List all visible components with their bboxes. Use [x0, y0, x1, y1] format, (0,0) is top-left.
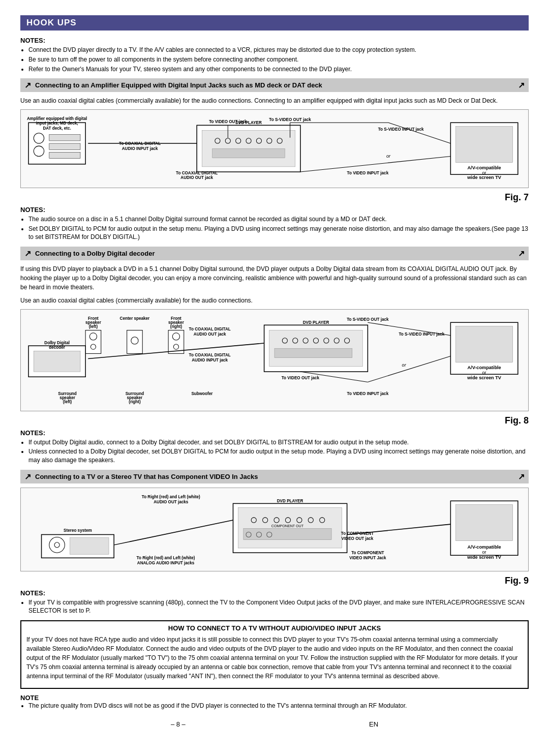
svg-text:To COAXIAL DIGITAL: To COAXIAL DIGITAL: [189, 327, 231, 331]
svg-line-125: [347, 524, 451, 534]
fig8-label: Fig. 8: [20, 415, 529, 426]
svg-text:To COMPONENT: To COMPONENT: [351, 551, 384, 555]
initial-notes-label: NOTES:: [20, 37, 529, 44]
svg-text:AUDIO OUT jacks: AUDIO OUT jacks: [154, 500, 189, 504]
svg-line-80: [368, 356, 450, 382]
page-number: – 8 –: [171, 720, 186, 728]
svg-text:To S-VIDEO INPUT jack: To S-VIDEO INPUT jack: [378, 127, 424, 132]
list-item: Refer to the Owner's Manuals for your TV…: [28, 65, 529, 74]
svg-rect-19: [212, 149, 285, 158]
initial-notes: NOTES: Connect the DVD player directly t…: [20, 37, 529, 73]
section1-svg: Amplifier equipped with digital input ja…: [26, 115, 523, 182]
svg-rect-21: [456, 127, 513, 163]
section3-heading: ↗ Connecting to a TV or a Stereo TV that…: [20, 470, 529, 483]
svg-text:AUDIO OUT jack: AUDIO OUT jack: [180, 176, 213, 180]
svg-text:Stereo system: Stereo system: [64, 528, 92, 533]
svg-rect-50: [127, 330, 143, 354]
svg-text:Subwoofer: Subwoofer: [191, 391, 213, 396]
svg-rect-113: [456, 504, 513, 540]
svg-text:To Right (red) and Left (white: To Right (red) and Left (white): [137, 556, 195, 560]
list-item: If output Dolby Digital audio, connect t…: [28, 438, 529, 447]
svg-text:Amplifier equipped with digita: Amplifier equipped with digital: [27, 117, 87, 122]
svg-text:To COAXIAL DIGITAL: To COAXIAL DIGITAL: [189, 353, 231, 357]
how-to-title: HOW TO CONNECT TO A TV WITHOUT AUDIO/VID…: [26, 624, 523, 632]
section1-notes-list: The audio source on a disc in a 5.1 chan…: [20, 215, 529, 241]
svg-text:(right): (right): [170, 325, 182, 329]
svg-text:input jacks, MD deck,: input jacks, MD deck,: [36, 122, 78, 126]
svg-text:(left): (left): [89, 325, 98, 329]
svg-rect-47: [85, 330, 101, 354]
section2-heading-text: Connecting to a Dolby Digital decoder: [35, 250, 155, 257]
initial-notes-list: Connect the DVD player directly to a TV.…: [20, 46, 529, 73]
svg-text:wide screen TV: wide screen TV: [467, 175, 502, 180]
final-note: NOTE The picture quality from DVD discs …: [20, 694, 529, 710]
arrow-right-icon2: ↗: [518, 249, 525, 258]
page-header: HOOK UPS: [20, 15, 529, 31]
svg-text:A/V-compatible: A/V-compatible: [468, 165, 501, 170]
fig9-label: Fig. 9: [20, 576, 529, 586]
section1-notes-label: NOTES:: [20, 206, 529, 214]
list-item: Set DOLBY DIGITAL to PCM for audio outpu…: [28, 225, 529, 242]
svg-text:or: or: [482, 370, 486, 375]
svg-text:AUDIO INPUT jack: AUDIO INPUT jack: [192, 358, 228, 362]
arrow-right-icon: ↗: [518, 80, 525, 90]
svg-text:decoder: decoder: [49, 345, 65, 350]
svg-text:Center speaker: Center speaker: [120, 316, 150, 321]
arrow-left-icon2: ↗: [24, 249, 31, 258]
svg-text:(left): (left): [63, 400, 72, 404]
section1-body: Use an audio coaxial digital cables (com…: [20, 96, 529, 105]
svg-text:A/V-compatible: A/V-compatible: [468, 365, 501, 370]
list-item: The picture quality from DVD discs will …: [28, 702, 529, 710]
svg-text:To S-VIDEO INPUT jack: To S-VIDEO INPUT jack: [399, 332, 445, 337]
svg-text:(right): (right): [129, 400, 141, 404]
section2-notes: NOTES: If output Dolby Digital audio, co…: [20, 429, 529, 465]
list-item: Be sure to turn off the power to all com…: [28, 55, 529, 64]
section3-diagram: To Right (red) and Left (white) AUDIO OU…: [20, 488, 529, 571]
svg-text:DVD PLAYER: DVD PLAYER: [277, 499, 303, 503]
svg-rect-6: [49, 135, 80, 141]
svg-text:To VIDEO INPUT jack: To VIDEO INPUT jack: [347, 391, 389, 396]
list-item: If your TV is compatible with progressiv…: [28, 598, 529, 616]
svg-text:ANALOG AUDIO INPUT jacks: ANALOG AUDIO INPUT jacks: [137, 560, 195, 565]
svg-rect-8: [49, 153, 80, 159]
section2-body1: If using this DVD player to playback a D…: [20, 264, 529, 292]
section3-notes-label: NOTES:: [20, 589, 529, 597]
svg-text:To VIDEO OUT jack: To VIDEO OUT jack: [282, 376, 320, 381]
how-to-connect-box: HOW TO CONNECT TO A TV WITHOUT AUDIO/VID…: [20, 620, 529, 689]
svg-rect-86: [34, 351, 80, 372]
svg-text:COMPONENT OUT: COMPONENT OUT: [271, 524, 304, 528]
list-item: Unless connected to a Dolby Digital deco…: [28, 447, 529, 465]
section1-notes: NOTES: The audio source on a disc in a 5…: [20, 206, 529, 241]
svg-rect-52: [168, 330, 184, 354]
page-footer: – 8 – EN: [20, 720, 529, 728]
arrow-left-icon3: ↗: [24, 472, 31, 481]
svg-text:A/V-compatible: A/V-compatible: [468, 545, 501, 550]
arrow-left-icon: ↗: [24, 80, 31, 90]
svg-text:To VIDEO INPUT jack: To VIDEO INPUT jack: [347, 171, 389, 176]
svg-line-39: [300, 157, 450, 172]
section2-notes-label: NOTES:: [20, 429, 529, 437]
svg-text:To COAXIAL DIGITAL: To COAXIAL DIGITAL: [176, 171, 218, 176]
section3-svg: To Right (red) and Left (white) AUDIO OU…: [26, 493, 523, 566]
svg-text:DVD PLAYER: DVD PLAYER: [303, 321, 329, 325]
page-header-title: HOOK UPS: [26, 18, 77, 27]
arrow-right-icon3: ↗: [518, 472, 525, 481]
section2-svg: Front speaker (left) Center speaker Fron…: [26, 315, 523, 405]
svg-text:or: or: [386, 154, 391, 159]
svg-text:To VIDEO OUT jack: To VIDEO OUT jack: [209, 120, 247, 125]
svg-text:wide screen TV: wide screen TV: [467, 376, 502, 381]
section1-diagram: Amplifier equipped with digital input ja…: [20, 109, 529, 188]
final-note-list: The picture quality from DVD discs will …: [20, 702, 529, 710]
section2-heading: ↗ Connecting to a Dolby Digital decoder …: [20, 247, 529, 260]
page-lang: EN: [369, 720, 378, 728]
svg-text:To Right (red) and Left (white: To Right (red) and Left (white): [142, 495, 200, 499]
list-item: The audio source on a disc in a 5.1 chan…: [28, 215, 529, 224]
section3-heading-text: Connecting to a TV or a Stereo TV that h…: [35, 473, 258, 480]
list-item: Connect the DVD player directly to a TV.…: [28, 46, 529, 54]
section2-notes-list: If output Dolby Digital audio, connect t…: [20, 438, 529, 465]
svg-text:To S-VIDEO OUT jack: To S-VIDEO OUT jack: [269, 118, 311, 123]
section2-body2: Use an audio coaxial digital cables (com…: [20, 296, 529, 305]
svg-text:Dolby Digital: Dolby Digital: [44, 341, 70, 345]
svg-text:AUDIO OUT jack: AUDIO OUT jack: [194, 332, 226, 337]
section3-notes-list: If your TV is compatible with progressiv…: [20, 598, 529, 616]
